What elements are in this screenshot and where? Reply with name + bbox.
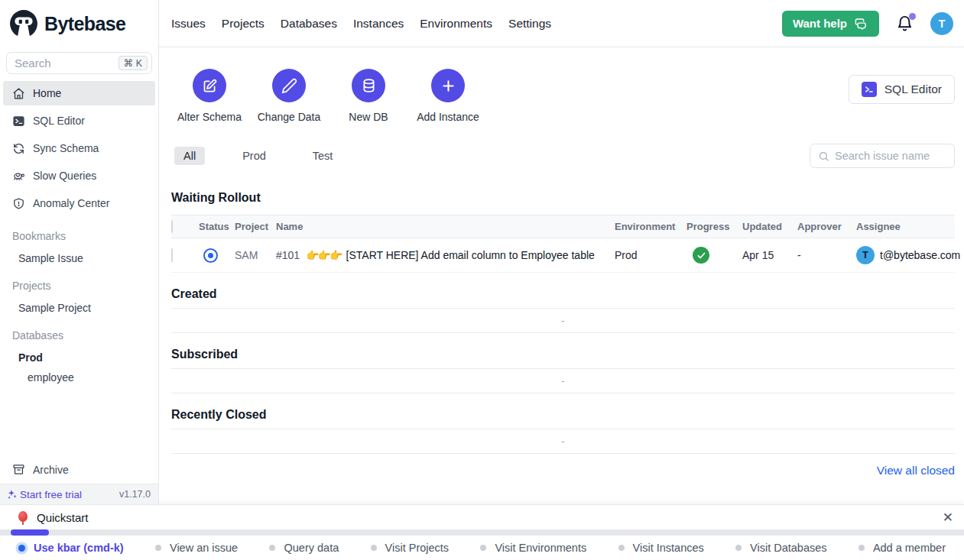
want-help-button[interactable]: Want help — [782, 11, 879, 37]
quickstart-progress-track — [0, 529, 964, 536]
start-free-trial-link[interactable]: Start free trial — [6, 489, 82, 500]
sidebar: Bytebase Search ⌘ K Home SQL Editor Sync… — [0, 0, 159, 504]
sidebar-item-anomaly-center[interactable]: Anomaly Center — [3, 191, 155, 215]
edit-square-icon — [202, 78, 218, 94]
step-label: View an issue — [170, 542, 238, 554]
turtle-icon — [12, 170, 25, 183]
step-visit-projects[interactable]: Visit Projects — [371, 542, 450, 554]
archive-icon — [12, 463, 25, 476]
recently-closed-title: Recently Closed — [171, 408, 955, 422]
archive-label: Archive — [33, 464, 69, 476]
sidebar-item-sync-schema[interactable]: Sync Schema — [3, 136, 155, 160]
issue-environment: Prod — [615, 249, 686, 261]
terminal-icon — [862, 82, 877, 97]
sidebar-item-sample-project[interactable]: Sample Project — [0, 298, 158, 318]
step-view-an-issue[interactable]: View an issue — [155, 542, 238, 554]
trial-label: Start free trial — [20, 489, 82, 500]
issue-name[interactable]: #101👉👉👉[START HERE] Add email column to … — [276, 249, 615, 261]
sidebar-item-label: Sync Schema — [33, 142, 99, 154]
sidebar-item-employee-db[interactable]: employee — [0, 367, 158, 387]
issue-search-input[interactable] — [835, 150, 946, 162]
alter-schema-button[interactable]: Alter Schema — [174, 69, 245, 123]
section-title-databases: Databases — [0, 329, 158, 342]
sql-editor-label: SQL Editor — [884, 83, 942, 96]
pencil-icon — [281, 78, 297, 94]
close-icon[interactable]: ✕ — [943, 511, 953, 524]
notification-bell-button[interactable] — [896, 15, 914, 32]
step-dot-icon — [618, 545, 625, 551]
sql-editor-button[interactable]: SQL Editor — [849, 75, 955, 104]
step-query-data[interactable]: Query data — [269, 542, 339, 554]
top-header: Issues Projects Databases Instances Envi… — [159, 0, 964, 47]
sidebar-item-sample-issue[interactable]: Sample Issue — [0, 248, 158, 268]
empty-placeholder: - — [561, 315, 564, 326]
search-shortcut-kbd: ⌘ K — [118, 56, 148, 70]
col-updated: Updated — [742, 221, 797, 232]
issue-open-status-icon — [203, 248, 218, 263]
progress-done-icon — [693, 247, 709, 264]
sidebar-item-archive[interactable]: Archive — [0, 455, 158, 484]
empty-placeholder: - — [561, 375, 564, 387]
add-instance-button[interactable]: Add Instance — [413, 69, 483, 123]
issue-updated: Apr 15 — [742, 249, 797, 261]
main-area: Issues Projects Databases Instances Envi… — [159, 0, 964, 504]
home-content: Alter Schema Change Data New DB Add Inst… — [159, 47, 964, 504]
issue-row[interactable]: SAM #101👉👉👉[START HERE] Add email column… — [171, 238, 955, 273]
recently-closed-empty-row: - — [171, 429, 955, 454]
row-checkbox[interactable] — [171, 248, 173, 262]
home-icon — [12, 87, 25, 100]
pointing-emoji: 👉👉👉 — [306, 249, 341, 261]
tab-prod[interactable]: Prod — [233, 147, 275, 165]
step-dot-icon — [735, 545, 742, 551]
action-label: Change Data — [258, 111, 321, 123]
sidebar-item-prod-env[interactable]: Prod — [0, 348, 158, 367]
app-version: v1.17.0 — [119, 489, 151, 500]
step-use-kbar[interactable]: Use kbar (cmd-k) — [18, 542, 124, 554]
issue-assignee: T t@bytebase.com — [856, 246, 955, 264]
filter-row: All Prod Test — [171, 144, 955, 168]
step-visit-environments[interactable]: Visit Environments — [480, 542, 586, 554]
nav-environments[interactable]: Environments — [420, 17, 492, 31]
sidebar-search-input[interactable]: Search ⌘ K — [6, 52, 152, 74]
nav-instances[interactable]: Instances — [353, 17, 404, 31]
step-visit-instances[interactable]: Visit Instances — [618, 542, 704, 554]
want-help-label: Want help — [793, 17, 847, 30]
search-placeholder: Search — [15, 57, 51, 70]
new-db-button[interactable]: New DB — [333, 69, 404, 123]
subscribed-empty-row: - — [171, 368, 955, 393]
sidebar-item-sql-editor[interactable]: SQL Editor — [3, 108, 155, 133]
view-all-closed-link[interactable]: View all closed — [877, 464, 955, 477]
plus-icon — [440, 78, 456, 94]
tab-all[interactable]: All — [174, 147, 205, 165]
nav-databases[interactable]: Databases — [281, 17, 337, 31]
col-project: Project — [235, 221, 276, 232]
sidebar-item-slow-queries[interactable]: Slow Queries — [3, 163, 155, 188]
sidebar-item-label: SQL Editor — [33, 115, 85, 127]
user-avatar[interactable]: T — [930, 12, 953, 35]
issue-project: SAM — [235, 249, 276, 261]
sync-icon — [12, 142, 25, 155]
chat-icon — [854, 16, 868, 31]
step-label: Visit Environments — [495, 542, 586, 554]
action-label: Alter Schema — [177, 111, 242, 123]
bytebase-logo[interactable]: Bytebase — [0, 0, 158, 47]
tab-test[interactable]: Test — [303, 147, 342, 165]
step-dot-icon — [371, 545, 377, 551]
step-add-a-member[interactable]: Add a member — [859, 542, 946, 554]
step-dot-icon — [480, 545, 486, 551]
assignee-email: t@bytebase.com — [880, 249, 960, 261]
sidebar-nav: Home SQL Editor Sync Schema Slow Queries… — [0, 74, 158, 218]
select-all-checkbox[interactable] — [171, 220, 173, 233]
issue-number: #101 — [276, 249, 300, 261]
change-data-button[interactable]: Change Data — [254, 69, 324, 123]
created-title: Created — [171, 287, 955, 301]
step-label: Use kbar (cmd-k) — [34, 542, 124, 554]
issue-search-box — [810, 144, 955, 168]
col-environment: Environment — [615, 221, 686, 232]
step-visit-databases[interactable]: Visit Databases — [735, 542, 826, 554]
nav-projects[interactable]: Projects — [222, 17, 265, 31]
nav-issues[interactable]: Issues — [171, 17, 206, 31]
step-label: Visit Instances — [633, 542, 704, 554]
nav-settings[interactable]: Settings — [508, 17, 551, 31]
sidebar-item-home[interactable]: Home — [3, 81, 155, 105]
